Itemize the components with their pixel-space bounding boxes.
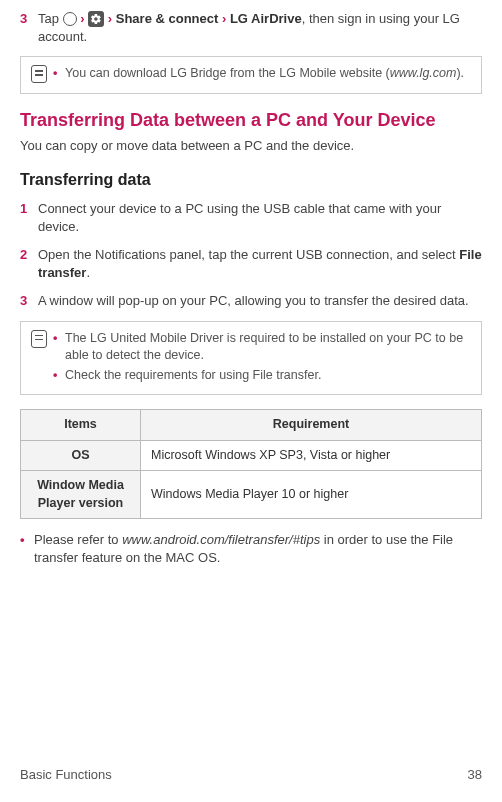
text-fragment: . (86, 265, 90, 280)
table-cell-label: OS (21, 440, 141, 471)
step-text: Tap › › Share & connect › LG AirDrive, t… (38, 10, 482, 46)
text-fragment: Please refer to (34, 532, 122, 547)
note-text: The LG United Mobile Driver is required … (65, 330, 471, 365)
bullet-mac: • Please refer to www.android.com/filetr… (20, 531, 482, 567)
table-header-items: Items (21, 410, 141, 441)
step-number: 1 (20, 200, 38, 236)
table-cell-value: Microsoft Windows XP SP3, Vista or highe… (141, 440, 482, 471)
bullet-icon: • (20, 531, 34, 567)
table-header-row: Items Requirement (21, 410, 482, 441)
step-text: A window will pop-up on your PC, allowin… (38, 292, 482, 310)
text-fragment: Tap (38, 11, 63, 26)
step-number: 3 (20, 292, 38, 310)
step-1: 1 Connect your device to a PC using the … (20, 200, 482, 236)
table-row: Window Media Player version Windows Medi… (21, 471, 482, 519)
breadcrumb-separator: › (80, 11, 88, 26)
apps-icon (63, 12, 77, 26)
text-fragment: ). (456, 66, 464, 80)
step-text: Connect your device to a PC using the US… (38, 200, 482, 236)
step-2: 2 Open the Notifications panel, tap the … (20, 246, 482, 282)
breadcrumb-separator: › (222, 11, 230, 26)
menu-path-share-connect: Share & connect (116, 11, 219, 26)
menu-path-lg-airdrive: LG AirDrive (230, 11, 302, 26)
step-3-airdrive: 3 Tap › › Share & connect › LG AirDrive,… (20, 10, 482, 46)
step-number: 3 (20, 10, 38, 46)
breadcrumb-separator: › (108, 11, 116, 26)
text-fragment: You can download LG Bridge from the LG M… (65, 66, 390, 80)
note-item: • The LG United Mobile Driver is require… (53, 330, 471, 365)
url-text: www.android.com/filetransfer/#tips (122, 532, 320, 547)
url-text: www.lg.com (390, 66, 457, 80)
note-icon (31, 65, 53, 85)
table-cell-value: Windows Media Player 10 or higher (141, 471, 482, 519)
bullet-icon: • (53, 330, 65, 365)
note-box-driver: • The LG United Mobile Driver is require… (20, 321, 482, 396)
footer-section: Basic Functions (20, 766, 112, 784)
settings-icon (88, 11, 104, 27)
intro-text: You can copy or move data between a PC a… (20, 137, 482, 155)
requirements-table: Items Requirement OS Microsoft Windows X… (20, 409, 482, 519)
note-content: • The LG United Mobile Driver is require… (53, 330, 471, 387)
section-title: Transferring Data between a PC and Your … (20, 108, 482, 133)
note-item: • You can download LG Bridge from the LG… (53, 65, 471, 83)
note-item: • Check the requirements for using File … (53, 367, 471, 385)
note-icon (31, 330, 53, 387)
table-header-requirement: Requirement (141, 410, 482, 441)
table-cell-label: Window Media Player version (21, 471, 141, 519)
bullet-text: Please refer to www.android.com/filetran… (34, 531, 482, 567)
footer-page-number: 38 (468, 766, 482, 784)
note-text: Check the requirements for using File tr… (65, 367, 471, 385)
page-footer: Basic Functions 38 (20, 766, 482, 784)
step-text: Open the Notifications panel, tap the cu… (38, 246, 482, 282)
note-box-lg-bridge: • You can download LG Bridge from the LG… (20, 56, 482, 94)
subsection-title: Transferring data (20, 169, 482, 191)
step-number: 2 (20, 246, 38, 282)
table-row: OS Microsoft Windows XP SP3, Vista or hi… (21, 440, 482, 471)
bullet-icon: • (53, 65, 65, 83)
text-fragment: Open the Notifications panel, tap the cu… (38, 247, 459, 262)
note-content: • You can download LG Bridge from the LG… (53, 65, 471, 85)
step-3: 3 A window will pop-up on your PC, allow… (20, 292, 482, 310)
bullet-icon: • (53, 367, 65, 385)
note-text: You can download LG Bridge from the LG M… (65, 65, 471, 83)
